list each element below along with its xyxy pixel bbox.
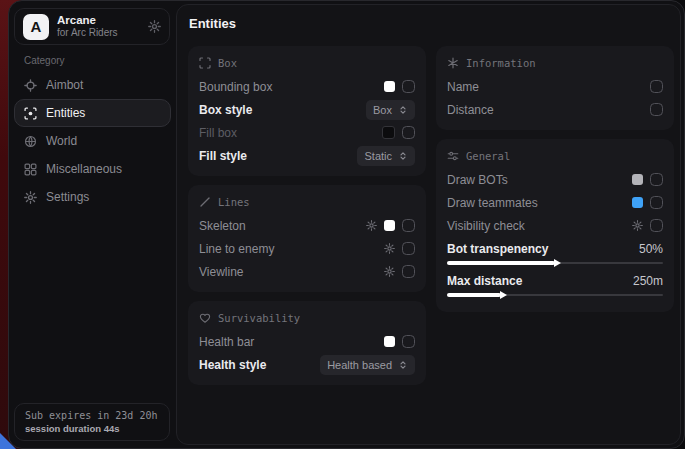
color-swatch[interactable]: [384, 336, 395, 347]
brand-subtitle: for Arc Riders: [57, 27, 118, 40]
page-title: Entities: [189, 16, 236, 31]
color-swatch[interactable]: [384, 81, 395, 92]
setting-row-name: Name: [447, 75, 663, 98]
category-label: Category: [24, 55, 65, 66]
gear-icon[interactable]: [366, 220, 377, 231]
sidebar-item-settings[interactable]: Settings: [14, 183, 171, 211]
sidebar-nav: Aimbot Entities World: [14, 71, 171, 211]
main-header: Entities: [177, 5, 680, 42]
setting-label: Fill box: [199, 126, 237, 140]
slider-fill: [447, 261, 555, 265]
gear-icon[interactable]: [632, 220, 643, 231]
panels-grid: Box Bounding box Box style Box: [177, 42, 680, 389]
checkbox[interactable]: [402, 126, 415, 139]
setting-row-visibility-check: Visibility check: [447, 214, 663, 237]
session-duration: session duration 44s: [25, 423, 159, 434]
column-right: Information Name Distance: [436, 46, 674, 385]
chevron-up-down-icon: [398, 105, 408, 115]
dropdown-value: Health based: [327, 359, 392, 371]
health-style-dropdown[interactable]: Health based: [320, 355, 415, 375]
setting-label: Health bar: [199, 335, 254, 349]
setting-label: Line to enemy: [199, 242, 274, 256]
globe-icon: [24, 135, 37, 148]
panel-title: Box: [218, 57, 237, 69]
sidebar-item-label: World: [46, 134, 77, 148]
brand-card: A Arcane for Arc Riders: [14, 8, 170, 45]
sidebar: A Arcane for Arc Riders Category: [9, 1, 176, 448]
panel-title: Lines: [218, 196, 250, 208]
checkbox[interactable]: [650, 196, 663, 209]
setting-label: Bounding box: [199, 80, 272, 94]
gear-icon[interactable]: [384, 266, 395, 277]
setting-label: Health style: [199, 358, 266, 372]
color-swatch[interactable]: [632, 174, 643, 185]
color-swatch[interactable]: [384, 220, 395, 231]
dropdown-value: Box: [373, 104, 392, 116]
box-brackets-icon: [199, 57, 211, 69]
subscription-card: Sub expires in 23d 20h session duration …: [14, 403, 170, 441]
panel-title: Information: [466, 57, 536, 69]
fill-style-dropdown[interactable]: Static: [357, 146, 415, 166]
box-style-dropdown[interactable]: Box: [366, 100, 415, 120]
box-panel-header: Box: [199, 57, 415, 69]
setting-row-health-bar: Health bar: [199, 330, 415, 353]
diagonal-line-icon: [199, 196, 211, 208]
panel-title: Survivability: [218, 312, 300, 324]
chevron-up-down-icon: [398, 151, 408, 161]
sliders-icon: [447, 150, 459, 162]
sidebar-item-miscellaneous[interactable]: Miscellaneous: [14, 155, 171, 183]
panel-title: General: [466, 150, 510, 162]
color-swatch[interactable]: [632, 197, 643, 208]
general-panel: General Draw BOTs Draw teammates: [436, 139, 674, 312]
subscription-expiry: Sub expires in 23d 20h: [25, 410, 159, 421]
sidebar-item-label: Settings: [46, 190, 89, 204]
checkbox[interactable]: [650, 103, 663, 116]
setting-label: Viewline: [199, 265, 243, 279]
checkbox[interactable]: [402, 335, 415, 348]
slider-value: 50%: [639, 242, 663, 256]
setting-label: Name: [447, 80, 479, 94]
setting-label: Draw BOTs: [447, 173, 508, 187]
setting-row-skeleton: Skeleton: [199, 214, 415, 237]
color-swatch[interactable]: [382, 126, 395, 139]
setting-row-viewline: Viewline: [199, 260, 415, 283]
checkbox[interactable]: [650, 80, 663, 93]
max-distance-slider[interactable]: [447, 291, 663, 299]
slider-fill: [447, 293, 501, 297]
sidebar-item-label: Aimbot: [46, 78, 83, 92]
sidebar-item-entities[interactable]: Entities: [14, 99, 171, 127]
lines-panel: Lines Skeleton: [188, 185, 426, 292]
lines-panel-header: Lines: [199, 196, 415, 208]
information-panel-header: Information: [447, 57, 663, 69]
entities-icon: [24, 107, 37, 120]
asterisk-icon: [447, 57, 459, 69]
column-left: Box Bounding box Box style Box: [188, 46, 426, 385]
brand-text: Arcane for Arc Riders: [57, 13, 118, 40]
checkbox[interactable]: [650, 173, 663, 186]
checkbox[interactable]: [402, 265, 415, 278]
sidebar-item-world[interactable]: World: [14, 127, 171, 155]
setting-label: Visibility check: [447, 219, 525, 233]
gear-icon[interactable]: [384, 243, 395, 254]
sidebar-item-label: Miscellaneous: [46, 162, 122, 176]
checkbox[interactable]: [402, 242, 415, 255]
setting-label: Box style: [199, 103, 252, 117]
gear-icon[interactable]: [148, 20, 161, 33]
setting-row-draw-teammates: Draw teammates: [447, 191, 663, 214]
checkbox[interactable]: [650, 219, 663, 232]
information-panel: Information Name Distance: [436, 46, 674, 130]
setting-label: Max distance: [447, 274, 522, 288]
setting-row-draw-bots: Draw BOTs: [447, 168, 663, 191]
setting-label: Bot transpenency: [447, 242, 548, 256]
bot-transparency-setting: Bot transpenency 50%: [447, 239, 663, 267]
checkbox[interactable]: [402, 80, 415, 93]
checkbox[interactable]: [402, 219, 415, 232]
setting-label: Distance: [447, 103, 494, 117]
main-panel: Entities Box Bounding box: [176, 4, 681, 445]
setting-row-fill-style: Fill style Static: [199, 144, 415, 167]
gear-icon: [24, 191, 37, 204]
heart-icon: [199, 312, 211, 324]
app-window: A Arcane for Arc Riders Category: [8, 0, 685, 449]
bot-transparency-slider[interactable]: [447, 259, 663, 267]
sidebar-item-aimbot[interactable]: Aimbot: [14, 71, 171, 99]
